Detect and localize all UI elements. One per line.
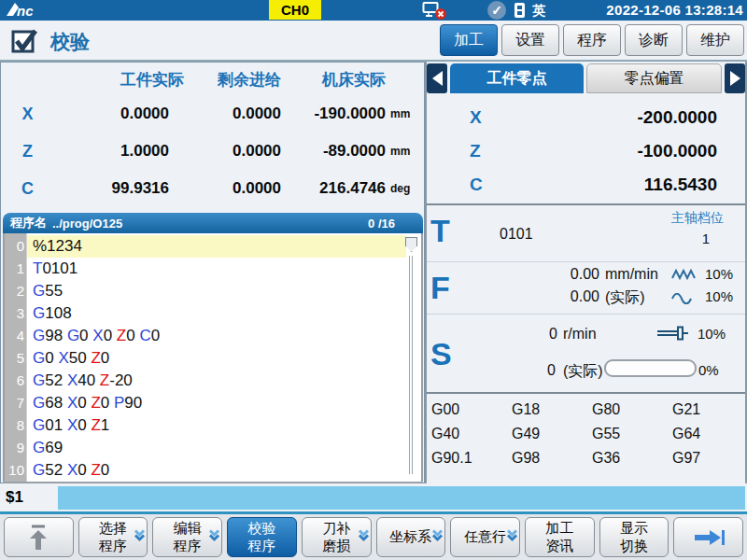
program-line-code: G52 X40 Z-20 [27,370,406,392]
offset-table: X-200.0000Z-100.0000C116.5430 [427,101,745,202]
program-line[interactable]: 0%1234 [5,235,421,258]
menu-program[interactable]: 程序 [563,24,621,56]
main-area: 工件实际 剩余进给 机床实际 X0.00000.0000-190.0000mmZ… [0,62,747,483]
program-line-number: 6 [5,370,27,392]
status-panel: 工件零点 零点偏置 X-200.0000Z-100.0000C116.5430 … [427,62,745,483]
offset-tabs: 工件零点 零点偏置 [427,63,745,93]
channel-label: $1 [6,488,23,507]
modal-gcode-grid: G00G18G80G21G40G49G55G64G90.1G98G36G97 [431,398,745,483]
spindle-load-percent: 0% [698,362,719,378]
softkey-label: 刀补磨损 [322,520,350,555]
menu-settings[interactable]: 设置 [501,24,559,56]
mode-menu: 加工设置程序诊断维护 [440,24,744,56]
cnc-screen: nc CH0 ✓ 英 2022-12-06 13:28:14 校验 加工设置程序… [0,0,747,560]
softkey-coordinate-system[interactable]: 坐标系 [376,517,446,557]
offset-axis-label: Z [470,141,481,161]
right-triangle-icon [730,71,740,86]
softkey-tool-comp-wear[interactable]: 刀补磨损 [302,517,372,557]
softkey-back[interactable] [4,517,74,557]
divider [427,261,745,262]
program-line-code: G98 G0 X0 Z0 C0 [27,325,406,347]
softkey-label: 校验程序 [247,520,275,555]
spindle-load-bar [604,359,697,377]
softkey-bar: 选择程序编辑程序校验程序刀补磨损坐标系任意行加工资讯显示切换 [0,514,747,560]
program-line[interactable]: 4G98 G0 X0 Z0 C0 [5,325,421,347]
softkey-verify-program[interactable]: 校验程序 [227,517,297,557]
up-arrow-icon [26,523,50,553]
softkey-select-program[interactable]: 选择程序 [78,517,148,557]
program-line[interactable]: 8G01 X0 Z1 [5,414,421,437]
axis-label: X [2,95,53,133]
softkey-display-switch[interactable]: 显示切换 [599,517,669,557]
modal-gcode: G90.1 [431,450,512,467]
axis-actual-value: 0.0000 [53,95,184,133]
jump-arrow-icon [692,527,726,548]
tab-work-zero[interactable]: 工件零点 [450,63,584,93]
menu-machining[interactable]: 加工 [440,24,498,56]
program-line-number: 3 [5,302,27,325]
command-input[interactable] [58,486,745,510]
tab-left-arrow[interactable] [427,63,447,93]
program-line[interactable]: 2G55 [5,280,421,302]
offset-axis-label: X [470,107,482,128]
tab-right-arrow[interactable] [725,63,745,93]
program-line-number: 2 [5,280,27,302]
svg-text:nc: nc [17,3,34,19]
axis-header-unit [386,63,423,95]
softkey-edit-program[interactable]: 编辑程序 [152,517,222,557]
program-line-code: %1234 [27,235,406,258]
program-listing: 0%12341T01012G553G1084G98 G0 X0 Z0 C05G0… [3,233,423,483]
feed-set-value: 0.00 [534,266,599,283]
feed-set-unit: mm/min [605,266,658,283]
program-line[interactable]: 10G52 X0 Z0 [5,459,421,482]
program-line-code: G01 X0 Z1 [27,414,406,437]
program-line[interactable]: 9G69 [5,437,421,459]
program-line-number: 0 [5,235,27,258]
modal-gcode: G18 [512,401,592,418]
axis-header-empty [2,63,53,95]
language-indicator: 英 [532,3,545,20]
softkey-next[interactable] [673,517,743,557]
program-path: ../prog/O125 [52,217,122,231]
spindle-gear-label: 主轴档位 [671,210,724,227]
divider [427,314,745,315]
spindle-speed-unit: r/min [563,326,597,343]
menu-diagnosis[interactable]: 诊断 [625,24,683,56]
program-line[interactable]: 3G108 [5,302,421,325]
spindle-override: 10% [698,326,726,342]
menu-maintenance[interactable]: 维护 [686,24,744,56]
softkey-label: 任意行 [464,528,506,546]
network-error-icon [422,1,447,21]
axis-header-machine: 机床实际 [281,63,386,95]
titlebar: 校验 加工设置程序诊断维护 [0,21,747,62]
modal-gcode: G40 [431,426,512,442]
offset-row: Z-100.0000 [427,134,745,168]
spindle-actual-value: 0 [509,362,556,379]
program-line[interactable]: 1T0101 [5,258,421,280]
brand-logo: nc [5,1,70,20]
softkey-arbitrary-line[interactable]: 任意行 [450,517,520,557]
chevron-down-icon [431,528,444,546]
program-line-code: G0 X50 Z0 [27,347,406,370]
axis-label: C [2,170,53,207]
modal-gcode: G21 [672,401,747,418]
tab-zero-offset[interactable]: 零点偏置 [586,63,722,93]
softkey-label: 选择程序 [99,520,127,555]
axis-actual-value: 1.0000 [53,133,184,170]
program-line-code: T0101 [27,258,406,280]
program-line-number: 8 [5,414,27,437]
offset-row: X-200.0000 [427,101,745,134]
program-line[interactable]: 7G68 X0 Z0 P90 [5,392,421,414]
program-line[interactable]: 6G52 X40 Z-20 [5,370,421,392]
program-viewer: 程序名 ../prog/O125 0 /16 0%12341T01012G553… [3,213,423,483]
program-line-code: G108 [27,302,406,325]
axis-machine-value: 216.4746 [281,170,386,207]
command-row: $1 [0,483,747,511]
page-title: 校验 [50,29,90,55]
program-line[interactable]: 5G0 X50 Z0 [5,347,421,370]
softkey-machining-info[interactable]: 加工资讯 [525,517,595,557]
modal-gcode: G98 [512,450,592,467]
position-panel: 工件实际 剩余进给 机床实际 X0.00000.0000-190.0000mmZ… [0,62,425,483]
feed-actual-value: 0.00 [534,288,599,305]
spindle-slider-icon [656,326,691,344]
